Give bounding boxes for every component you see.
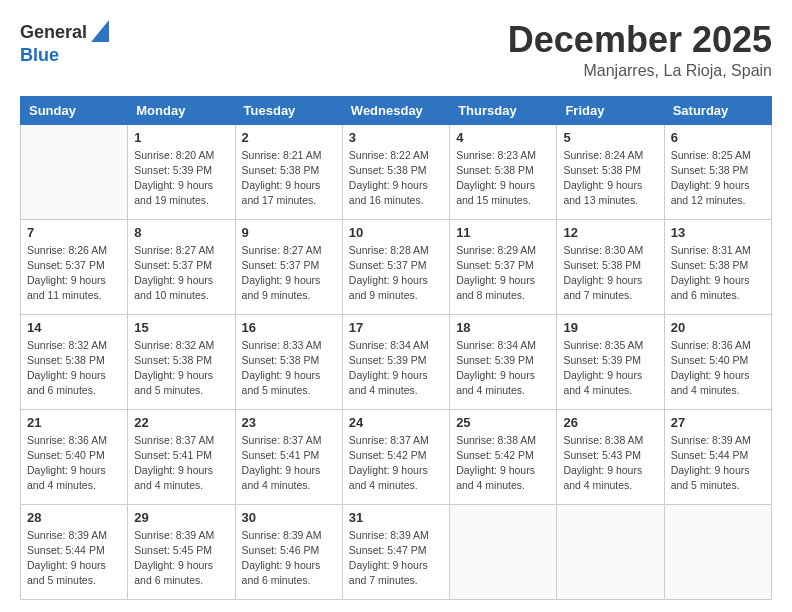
calendar-cell: 13Sunrise: 8:31 AM Sunset: 5:38 PM Dayli… [664, 219, 771, 314]
calendar-week-5: 28Sunrise: 8:39 AM Sunset: 5:44 PM Dayli… [21, 504, 772, 599]
calendar-cell: 1Sunrise: 8:20 AM Sunset: 5:39 PM Daylig… [128, 124, 235, 219]
logo-text: General [20, 23, 87, 43]
day-info: Sunrise: 8:38 AM Sunset: 5:43 PM Dayligh… [563, 433, 657, 494]
calendar-cell [450, 504, 557, 599]
day-info: Sunrise: 8:21 AM Sunset: 5:38 PM Dayligh… [242, 148, 336, 209]
calendar-cell [664, 504, 771, 599]
day-info: Sunrise: 8:31 AM Sunset: 5:38 PM Dayligh… [671, 243, 765, 304]
day-info: Sunrise: 8:23 AM Sunset: 5:38 PM Dayligh… [456, 148, 550, 209]
calendar-cell: 23Sunrise: 8:37 AM Sunset: 5:41 PM Dayli… [235, 409, 342, 504]
calendar-cell: 24Sunrise: 8:37 AM Sunset: 5:42 PM Dayli… [342, 409, 449, 504]
month-title: December 2025 [508, 20, 772, 60]
day-info: Sunrise: 8:35 AM Sunset: 5:39 PM Dayligh… [563, 338, 657, 399]
day-number: 23 [242, 415, 336, 430]
calendar-cell: 28Sunrise: 8:39 AM Sunset: 5:44 PM Dayli… [21, 504, 128, 599]
day-number: 30 [242, 510, 336, 525]
day-info: Sunrise: 8:29 AM Sunset: 5:37 PM Dayligh… [456, 243, 550, 304]
day-number: 26 [563, 415, 657, 430]
calendar-cell: 2Sunrise: 8:21 AM Sunset: 5:38 PM Daylig… [235, 124, 342, 219]
calendar-cell: 26Sunrise: 8:38 AM Sunset: 5:43 PM Dayli… [557, 409, 664, 504]
calendar-cell: 15Sunrise: 8:32 AM Sunset: 5:38 PM Dayli… [128, 314, 235, 409]
day-number: 10 [349, 225, 443, 240]
calendar-cell: 5Sunrise: 8:24 AM Sunset: 5:38 PM Daylig… [557, 124, 664, 219]
calendar-cell: 19Sunrise: 8:35 AM Sunset: 5:39 PM Dayli… [557, 314, 664, 409]
day-info: Sunrise: 8:28 AM Sunset: 5:37 PM Dayligh… [349, 243, 443, 304]
day-info: Sunrise: 8:39 AM Sunset: 5:47 PM Dayligh… [349, 528, 443, 589]
day-number: 5 [563, 130, 657, 145]
calendar-cell: 21Sunrise: 8:36 AM Sunset: 5:40 PM Dayli… [21, 409, 128, 504]
day-number: 21 [27, 415, 121, 430]
calendar-week-1: 1Sunrise: 8:20 AM Sunset: 5:39 PM Daylig… [21, 124, 772, 219]
day-info: Sunrise: 8:36 AM Sunset: 5:40 PM Dayligh… [27, 433, 121, 494]
day-info: Sunrise: 8:39 AM Sunset: 5:44 PM Dayligh… [27, 528, 121, 589]
day-number: 1 [134, 130, 228, 145]
calendar-cell: 12Sunrise: 8:30 AM Sunset: 5:38 PM Dayli… [557, 219, 664, 314]
day-number: 19 [563, 320, 657, 335]
day-info: Sunrise: 8:34 AM Sunset: 5:39 PM Dayligh… [349, 338, 443, 399]
day-number: 31 [349, 510, 443, 525]
location: Manjarres, La Rioja, Spain [508, 62, 772, 80]
day-info: Sunrise: 8:20 AM Sunset: 5:39 PM Dayligh… [134, 148, 228, 209]
day-number: 2 [242, 130, 336, 145]
day-number: 6 [671, 130, 765, 145]
calendar-cell: 16Sunrise: 8:33 AM Sunset: 5:38 PM Dayli… [235, 314, 342, 409]
day-info: Sunrise: 8:38 AM Sunset: 5:42 PM Dayligh… [456, 433, 550, 494]
logo: General Blue [20, 20, 109, 66]
day-number: 27 [671, 415, 765, 430]
header-tuesday: Tuesday [235, 96, 342, 124]
day-number: 7 [27, 225, 121, 240]
calendar-cell: 25Sunrise: 8:38 AM Sunset: 5:42 PM Dayli… [450, 409, 557, 504]
day-number: 15 [134, 320, 228, 335]
calendar-cell: 11Sunrise: 8:29 AM Sunset: 5:37 PM Dayli… [450, 219, 557, 314]
day-number: 16 [242, 320, 336, 335]
day-info: Sunrise: 8:37 AM Sunset: 5:42 PM Dayligh… [349, 433, 443, 494]
day-info: Sunrise: 8:39 AM Sunset: 5:44 PM Dayligh… [671, 433, 765, 494]
day-number: 8 [134, 225, 228, 240]
calendar-cell: 22Sunrise: 8:37 AM Sunset: 5:41 PM Dayli… [128, 409, 235, 504]
calendar-cell: 18Sunrise: 8:34 AM Sunset: 5:39 PM Dayli… [450, 314, 557, 409]
day-number: 25 [456, 415, 550, 430]
calendar-week-2: 7Sunrise: 8:26 AM Sunset: 5:37 PM Daylig… [21, 219, 772, 314]
page-header: General Blue December 2025 Manjarres, La… [20, 20, 772, 80]
day-number: 29 [134, 510, 228, 525]
logo-triangle-icon [91, 20, 109, 42]
header-saturday: Saturday [664, 96, 771, 124]
day-info: Sunrise: 8:32 AM Sunset: 5:38 PM Dayligh… [27, 338, 121, 399]
calendar-cell: 9Sunrise: 8:27 AM Sunset: 5:37 PM Daylig… [235, 219, 342, 314]
calendar-table: SundayMondayTuesdayWednesdayThursdayFrid… [20, 96, 772, 600]
day-number: 20 [671, 320, 765, 335]
header-wednesday: Wednesday [342, 96, 449, 124]
day-number: 11 [456, 225, 550, 240]
day-number: 22 [134, 415, 228, 430]
day-info: Sunrise: 8:36 AM Sunset: 5:40 PM Dayligh… [671, 338, 765, 399]
day-info: Sunrise: 8:32 AM Sunset: 5:38 PM Dayligh… [134, 338, 228, 399]
day-info: Sunrise: 8:39 AM Sunset: 5:45 PM Dayligh… [134, 528, 228, 589]
day-number: 28 [27, 510, 121, 525]
day-info: Sunrise: 8:34 AM Sunset: 5:39 PM Dayligh… [456, 338, 550, 399]
day-info: Sunrise: 8:37 AM Sunset: 5:41 PM Dayligh… [134, 433, 228, 494]
day-number: 14 [27, 320, 121, 335]
day-number: 9 [242, 225, 336, 240]
day-number: 13 [671, 225, 765, 240]
title-block: December 2025 Manjarres, La Rioja, Spain [508, 20, 772, 80]
day-info: Sunrise: 8:22 AM Sunset: 5:38 PM Dayligh… [349, 148, 443, 209]
day-info: Sunrise: 8:27 AM Sunset: 5:37 PM Dayligh… [242, 243, 336, 304]
calendar-cell: 31Sunrise: 8:39 AM Sunset: 5:47 PM Dayli… [342, 504, 449, 599]
day-number: 24 [349, 415, 443, 430]
calendar-cell: 10Sunrise: 8:28 AM Sunset: 5:37 PM Dayli… [342, 219, 449, 314]
day-info: Sunrise: 8:30 AM Sunset: 5:38 PM Dayligh… [563, 243, 657, 304]
calendar-cell: 27Sunrise: 8:39 AM Sunset: 5:44 PM Dayli… [664, 409, 771, 504]
day-number: 12 [563, 225, 657, 240]
calendar-cell: 20Sunrise: 8:36 AM Sunset: 5:40 PM Dayli… [664, 314, 771, 409]
day-info: Sunrise: 8:27 AM Sunset: 5:37 PM Dayligh… [134, 243, 228, 304]
calendar-cell [21, 124, 128, 219]
calendar-week-3: 14Sunrise: 8:32 AM Sunset: 5:38 PM Dayli… [21, 314, 772, 409]
svg-marker-0 [91, 20, 109, 42]
calendar-cell: 30Sunrise: 8:39 AM Sunset: 5:46 PM Dayli… [235, 504, 342, 599]
calendar-cell: 8Sunrise: 8:27 AM Sunset: 5:37 PM Daylig… [128, 219, 235, 314]
day-info: Sunrise: 8:37 AM Sunset: 5:41 PM Dayligh… [242, 433, 336, 494]
calendar-week-4: 21Sunrise: 8:36 AM Sunset: 5:40 PM Dayli… [21, 409, 772, 504]
header-monday: Monday [128, 96, 235, 124]
calendar-cell: 7Sunrise: 8:26 AM Sunset: 5:37 PM Daylig… [21, 219, 128, 314]
day-number: 4 [456, 130, 550, 145]
